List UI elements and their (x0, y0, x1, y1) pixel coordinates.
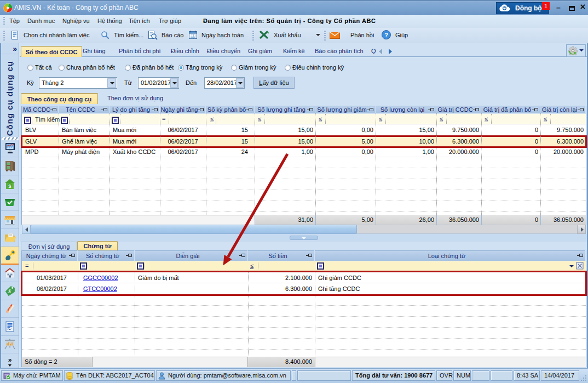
svg-text:»: » (8, 356, 12, 364)
svg-text:$: $ (8, 183, 11, 189)
svg-text:?: ? (384, 32, 388, 38)
